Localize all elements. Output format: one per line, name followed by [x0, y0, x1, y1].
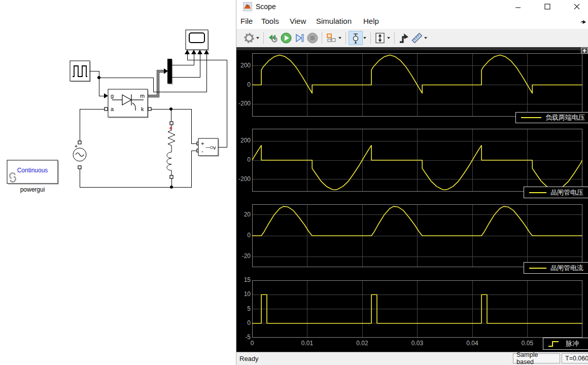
maximize-button[interactable]	[539, 1, 556, 12]
simulink-model-canvas[interactable]: g m a k + - v + + Continuous powergui	[0, 0, 236, 365]
legend-label: 脉冲	[566, 339, 579, 348]
ac-source-polarity: +	[75, 143, 78, 150]
settings-gear-icon[interactable]	[243, 31, 256, 45]
menu-simulation[interactable]: Simulation	[316, 17, 352, 25]
thyristor-port-m-label: m	[140, 93, 145, 99]
legend-step-sample	[547, 340, 561, 348]
status-sample-mode: Sample based	[513, 353, 560, 363]
settings-dropdown[interactable]	[256, 37, 259, 39]
menu-file[interactable]: File	[240, 17, 253, 25]
rl-branch-polarity: +	[169, 125, 172, 131]
menu-tools[interactable]: Tools	[261, 17, 279, 25]
x-tick-label: 0	[241, 340, 263, 347]
menu-bar: File Tools View Simulation Help	[236, 14, 588, 29]
step-forward-icon[interactable]	[293, 31, 306, 45]
legend-line-sample	[521, 117, 541, 118]
signal-selector-dropdown[interactable]	[338, 37, 341, 39]
thyristor-port-g-label: g	[111, 93, 114, 99]
measurements-dropdown[interactable]	[424, 37, 427, 39]
legend-label: 负载两端电压	[545, 113, 585, 122]
stop-button-icon[interactable]	[306, 31, 319, 45]
subplot-thyristor-voltage[interactable]	[252, 129, 582, 192]
axes-scaling-dropdown[interactable]	[387, 37, 390, 39]
scope-window: Scope File Tools View Simulation Help	[236, 0, 588, 365]
subplot-pulse[interactable]	[252, 280, 582, 338]
highlight-simulink-block-icon[interactable]	[266, 31, 280, 45]
axes-scaling-icon[interactable]	[373, 31, 387, 45]
window-title: Scope	[256, 3, 276, 11]
measurements-icon[interactable]	[410, 31, 424, 45]
powergui-label: powergui	[7, 187, 58, 193]
cursor-measurements-dropdown[interactable]	[363, 37, 366, 39]
y-tick-label: -200	[237, 175, 251, 182]
run-button-icon[interactable]	[280, 31, 293, 45]
y-tick-label: 200	[237, 62, 251, 69]
minimize-button[interactable]	[509, 1, 527, 12]
y-tick-label: -20	[237, 252, 251, 260]
legend-pulse[interactable]: 脉冲	[543, 338, 588, 350]
screen: g m a k + - v + + Continuous powergui Sc…	[0, 0, 588, 365]
trigger-icon[interactable]	[397, 31, 410, 45]
ac-voltage-source-block[interactable]	[73, 148, 86, 161]
toolbar	[236, 29, 588, 47]
menu-view[interactable]: View	[290, 17, 306, 25]
x-tick-label: 0.01	[296, 340, 319, 347]
status-sim-time: T=0.060	[562, 353, 588, 363]
vmeas-minus-label: -	[201, 148, 203, 154]
menu-overflow-arrow-icon[interactable]	[579, 18, 587, 26]
canvas-scrollbar-track	[236, 47, 588, 50]
legend-load-voltage[interactable]: 负载两端电压	[515, 112, 588, 123]
y-tick-label: 15	[237, 276, 251, 283]
subplot-load-voltage[interactable]	[252, 53, 582, 117]
thyristor-port-a-label: a	[111, 106, 114, 112]
title-bar[interactable]: Scope	[236, 0, 588, 14]
scope-canvas[interactable]: 负载两端电压 晶闸管电压 晶闸管电流 脉冲 -2000200-2000200-2…	[236, 47, 588, 352]
y-tick-label: 0	[237, 232, 251, 239]
y-tick-label: 5	[237, 305, 251, 312]
y-tick-label: 200	[237, 137, 251, 144]
legend-label: 晶闸管电压	[550, 188, 583, 197]
model-wires	[0, 0, 236, 365]
x-tick-label: 0.04	[461, 340, 483, 347]
signal-selector-icon[interactable]	[325, 31, 338, 45]
status-text: Ready	[239, 355, 259, 362]
y-tick-label: 0	[237, 319, 251, 326]
legend-label: 晶闸管电流	[550, 264, 583, 273]
y-tick-label: 0	[237, 81, 251, 88]
cursor-measurements-icon[interactable]	[349, 31, 363, 45]
legend-line-sample	[529, 268, 546, 269]
menu-help[interactable]: Help	[363, 17, 379, 25]
demux-block[interactable]	[167, 59, 172, 84]
y-tick-label: 0	[237, 156, 251, 163]
x-tick-label: 0.02	[351, 340, 373, 347]
legend-thyristor-voltage[interactable]: 晶闸管电压	[524, 187, 588, 198]
y-tick-label: -200	[237, 100, 251, 107]
x-tick-label: 0.05	[516, 340, 539, 347]
thyristor-port-k-label: k	[141, 106, 144, 112]
powergui-text: Continuous	[7, 167, 58, 173]
subplot-thyristor-current[interactable]	[252, 204, 582, 267]
vmeas-out-label: v	[213, 144, 216, 151]
matlab-scope-icon	[243, 2, 252, 11]
legend-line-sample	[529, 192, 546, 193]
rl-load-branch[interactable]	[167, 125, 175, 175]
pulse-generator-block[interactable]	[70, 61, 90, 81]
status-bar: Ready Sample based T=0.060	[236, 352, 588, 365]
y-tick-label: 20	[237, 211, 251, 218]
vmeas-plus-label: +	[201, 140, 204, 147]
close-button[interactable]	[568, 1, 585, 12]
legend-thyristor-current[interactable]: 晶闸管电流	[524, 262, 588, 274]
y-tick-label: 10	[237, 290, 251, 298]
x-tick-label: 0.03	[406, 340, 429, 347]
